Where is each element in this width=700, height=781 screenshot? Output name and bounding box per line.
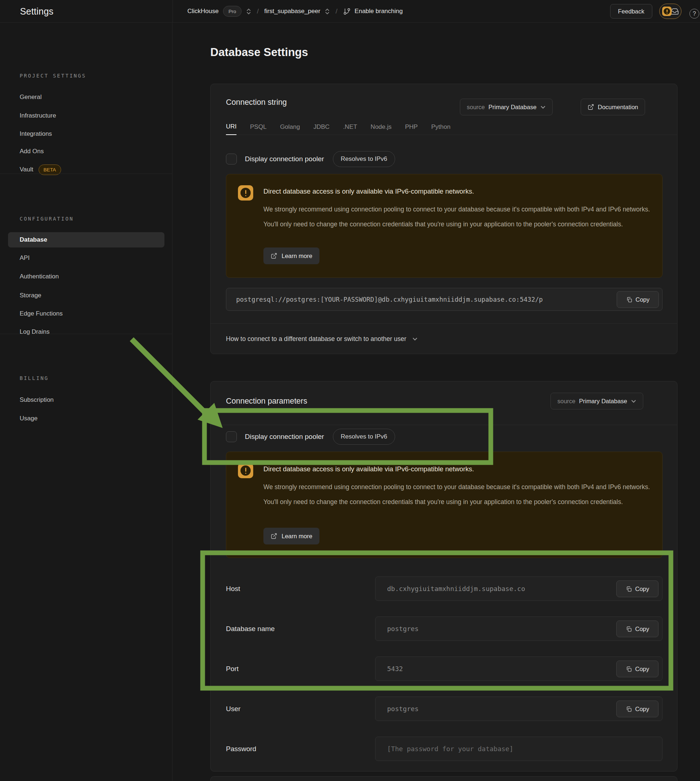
sidebar-item-authentication[interactable]: Authentication — [0, 269, 172, 284]
copy-icon — [626, 706, 632, 712]
sidebar-item-storage[interactable]: Storage — [0, 288, 172, 303]
pooler-row: Display connection pooler Resolves to IP… — [226, 429, 395, 445]
learn-more-button[interactable]: Learn more — [263, 528, 320, 544]
copy-icon — [626, 626, 632, 632]
page-title: Database Settings — [210, 46, 308, 59]
external-link-icon — [271, 252, 277, 259]
host-label: Host — [226, 576, 240, 601]
user-label: User — [226, 697, 240, 721]
sidebar-item-integrations[interactable]: Integrations — [0, 127, 172, 141]
tab-dotnet[interactable]: .NET — [343, 119, 357, 135]
section-billing: BILLING — [20, 375, 49, 381]
notifications-button[interactable] — [659, 3, 682, 19]
database-name-row: Database name postgres Copy — [226, 616, 663, 641]
sidebar-item-api[interactable]: API — [0, 251, 172, 265]
settings-screen: Settings ClickHouse Pro / first_supabase… — [0, 0, 700, 781]
connection-uri-value: postgresql://postgres:[YOUR-PASSWORD]@db… — [226, 296, 543, 303]
password-input[interactable]: [The password for your database] — [375, 737, 663, 761]
plan-badge: Pro — [223, 6, 242, 17]
display-connection-pooler-checkbox[interactable] — [226, 154, 237, 165]
database-name-input[interactable]: postgres Copy — [375, 616, 663, 641]
pooler-row: Display connection pooler Resolves to IP… — [226, 151, 395, 167]
sidebar-item-log-drains[interactable]: Log Drains — [0, 325, 172, 339]
sidebar: PROJECT SETTINGS General Infrastructure … — [0, 23, 172, 781]
card-title: Connection string — [226, 98, 287, 107]
tab-uri[interactable]: URI — [226, 119, 237, 135]
org-selector[interactable]: ClickHouse Pro — [187, 6, 252, 17]
breadcrumb-separator: / — [257, 7, 259, 15]
tab-jdbc[interactable]: JDBC — [313, 119, 329, 135]
feedback-button[interactable]: Feedback — [610, 4, 652, 18]
external-link-icon — [271, 533, 277, 539]
warning-body: We strongly recommend using connection p… — [263, 480, 658, 509]
sidebar-item-edge-functions[interactable]: Edge Functions — [0, 306, 172, 321]
sidebar-item-usage[interactable]: Usage — [0, 411, 172, 426]
pooler-label: Display connection pooler — [245, 433, 324, 441]
topbar-divider — [172, 0, 173, 23]
card-divider — [211, 425, 677, 425]
connection-string-tabs: URI PSQL Golang JDBC .NET Node.js PHP Py… — [226, 119, 677, 135]
display-connection-pooler-checkbox[interactable] — [226, 431, 237, 442]
ipv6-badge: Resolves to IPv6 — [333, 151, 395, 167]
tab-nodejs[interactable]: Node.js — [371, 119, 392, 135]
documentation-button[interactable]: Documentation — [581, 98, 645, 115]
copy-port-button[interactable]: Copy — [616, 661, 658, 677]
sidebar-item-general[interactable]: General — [0, 90, 172, 104]
help-button[interactable]: ? — [690, 9, 699, 18]
copy-user-button[interactable]: Copy — [616, 701, 658, 717]
tab-psql[interactable]: PSQL — [250, 119, 266, 135]
sidebar-divider — [0, 334, 172, 334]
alert-icon — [238, 185, 253, 200]
port-input[interactable]: 5432 Copy — [375, 656, 663, 681]
copy-icon — [626, 666, 632, 672]
connection-string-card: Connection string source Primary Databas… — [210, 84, 677, 354]
database-name-label: Database name — [226, 616, 275, 641]
external-link-icon — [588, 104, 594, 110]
copy-host-button[interactable]: Copy — [616, 581, 658, 597]
connection-parameters-card: Connection parameters source Primary Dat… — [210, 381, 677, 771]
next-card-edge — [210, 776, 677, 781]
sidebar-item-database[interactable]: Database — [8, 232, 165, 247]
sidebar-divider — [0, 174, 172, 174]
org-name: ClickHouse — [187, 8, 219, 15]
chevrons-up-down-icon — [325, 8, 330, 15]
section-project-settings: PROJECT SETTINGS — [20, 73, 86, 78]
learn-more-button[interactable]: Learn more — [263, 247, 320, 264]
section-configuration: CONFIGURATION — [20, 216, 74, 222]
password-label: Password — [226, 737, 256, 761]
sidebar-item-subscription[interactable]: Subscription — [0, 393, 172, 407]
ipv6-badge: Resolves to IPv6 — [333, 429, 395, 445]
chevron-down-icon — [540, 104, 546, 110]
copy-uri-button[interactable]: Copy — [617, 291, 659, 308]
sidebar-item-add-ons[interactable]: Add Ons — [0, 144, 172, 159]
warning-title: Direct database access is only available… — [263, 187, 474, 195]
source-select[interactable]: source Primary Database — [550, 393, 643, 409]
tab-python[interactable]: Python — [431, 119, 450, 135]
source-select[interactable]: source Primary Database — [460, 98, 553, 115]
enable-branching-button[interactable]: Enable branching — [343, 8, 403, 15]
connection-uri-field[interactable]: postgresql://postgres:[YOUR-PASSWORD]@db… — [226, 288, 663, 311]
card-title: Connection parameters — [226, 397, 307, 406]
password-row: Password [The password for your database… — [226, 737, 663, 761]
tab-golang[interactable]: Golang — [280, 119, 300, 135]
sidebar-item-vault[interactable]: Vault BETA — [0, 162, 172, 177]
warning-title: Direct database access is only available… — [263, 465, 474, 473]
git-branch-icon — [343, 8, 351, 15]
connect-help-toggle[interactable]: How to connect to a different database o… — [226, 324, 418, 354]
project-name: first_supabase_peer — [264, 8, 320, 15]
project-selector[interactable]: first_supabase_peer — [264, 8, 330, 15]
sidebar-item-infrastructure[interactable]: Infrastructure — [0, 108, 172, 123]
tab-php[interactable]: PHP — [405, 119, 418, 135]
settings-title: Settings — [20, 0, 53, 23]
host-row: Host db.cxhygiuitamxhniiddjm.supabase.co… — [226, 576, 663, 601]
copy-icon — [626, 297, 632, 303]
inbox-icon — [670, 7, 679, 16]
host-input[interactable]: db.cxhygiuitamxhniiddjm.supabase.co Copy — [375, 576, 663, 601]
chevrons-up-down-icon — [246, 8, 252, 15]
chevron-down-icon — [631, 399, 636, 404]
user-row: User postgres Copy — [226, 697, 663, 721]
copy-database-name-button[interactable]: Copy — [616, 621, 658, 637]
user-input[interactable]: postgres Copy — [375, 697, 663, 721]
breadcrumb: ClickHouse Pro / first_supabase_peer / E… — [187, 0, 403, 23]
breadcrumb-separator: / — [335, 7, 337, 15]
